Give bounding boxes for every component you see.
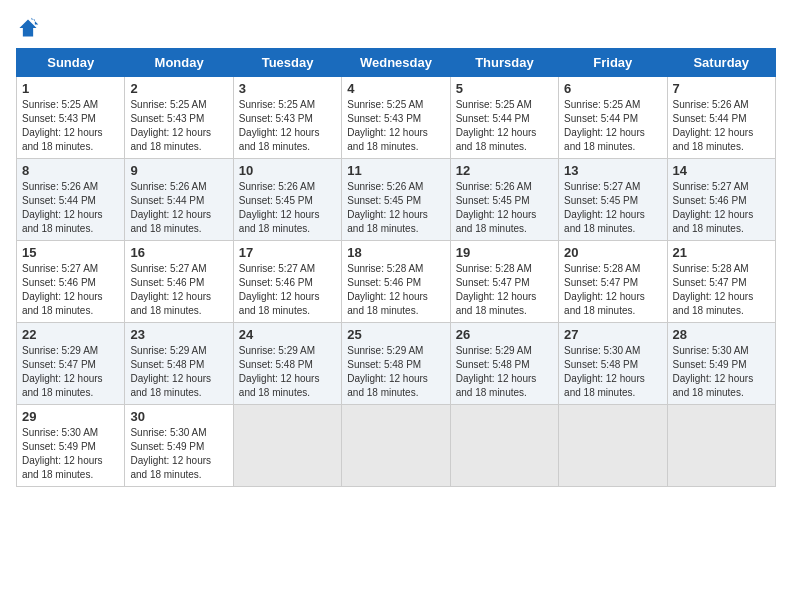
day-info: Sunrise: 5:25 AM Sunset: 5:44 PM Dayligh…: [456, 98, 553, 154]
day-header-thursday: Thursday: [450, 49, 558, 77]
day-info: Sunrise: 5:29 AM Sunset: 5:48 PM Dayligh…: [239, 344, 336, 400]
day-number: 27: [564, 327, 661, 342]
calendar-week-row: 15 Sunrise: 5:27 AM Sunset: 5:46 PM Dayl…: [17, 241, 776, 323]
day-number: 18: [347, 245, 444, 260]
day-info: Sunrise: 5:26 AM Sunset: 5:45 PM Dayligh…: [456, 180, 553, 236]
day-number: 8: [22, 163, 119, 178]
calendar-cell: 15 Sunrise: 5:27 AM Sunset: 5:46 PM Dayl…: [17, 241, 125, 323]
day-info: Sunrise: 5:30 AM Sunset: 5:49 PM Dayligh…: [22, 426, 119, 482]
day-info: Sunrise: 5:26 AM Sunset: 5:45 PM Dayligh…: [239, 180, 336, 236]
day-number: 2: [130, 81, 227, 96]
day-info: Sunrise: 5:27 AM Sunset: 5:45 PM Dayligh…: [564, 180, 661, 236]
calendar-cell: 9 Sunrise: 5:26 AM Sunset: 5:44 PM Dayli…: [125, 159, 233, 241]
day-number: 24: [239, 327, 336, 342]
day-number: 28: [673, 327, 770, 342]
day-number: 9: [130, 163, 227, 178]
day-info: Sunrise: 5:26 AM Sunset: 5:44 PM Dayligh…: [130, 180, 227, 236]
day-header-wednesday: Wednesday: [342, 49, 450, 77]
calendar-cell: 30 Sunrise: 5:30 AM Sunset: 5:49 PM Dayl…: [125, 405, 233, 487]
day-info: Sunrise: 5:25 AM Sunset: 5:43 PM Dayligh…: [347, 98, 444, 154]
calendar-cell: 10 Sunrise: 5:26 AM Sunset: 5:45 PM Dayl…: [233, 159, 341, 241]
day-info: Sunrise: 5:28 AM Sunset: 5:47 PM Dayligh…: [564, 262, 661, 318]
calendar-cell: 28 Sunrise: 5:30 AM Sunset: 5:49 PM Dayl…: [667, 323, 775, 405]
svg-marker-1: [31, 18, 38, 25]
calendar-cell: 26 Sunrise: 5:29 AM Sunset: 5:48 PM Dayl…: [450, 323, 558, 405]
calendar-cell: 23 Sunrise: 5:29 AM Sunset: 5:48 PM Dayl…: [125, 323, 233, 405]
calendar-cell: 5 Sunrise: 5:25 AM Sunset: 5:44 PM Dayli…: [450, 77, 558, 159]
day-number: 20: [564, 245, 661, 260]
day-info: Sunrise: 5:26 AM Sunset: 5:45 PM Dayligh…: [347, 180, 444, 236]
day-number: 25: [347, 327, 444, 342]
calendar-cell: 12 Sunrise: 5:26 AM Sunset: 5:45 PM Dayl…: [450, 159, 558, 241]
day-number: 13: [564, 163, 661, 178]
day-info: Sunrise: 5:25 AM Sunset: 5:43 PM Dayligh…: [130, 98, 227, 154]
logo: [16, 16, 44, 40]
day-number: 22: [22, 327, 119, 342]
calendar-cell: 3 Sunrise: 5:25 AM Sunset: 5:43 PM Dayli…: [233, 77, 341, 159]
day-info: Sunrise: 5:30 AM Sunset: 5:48 PM Dayligh…: [564, 344, 661, 400]
day-header-friday: Friday: [559, 49, 667, 77]
day-info: Sunrise: 5:28 AM Sunset: 5:47 PM Dayligh…: [673, 262, 770, 318]
day-info: Sunrise: 5:27 AM Sunset: 5:46 PM Dayligh…: [673, 180, 770, 236]
day-info: Sunrise: 5:25 AM Sunset: 5:44 PM Dayligh…: [564, 98, 661, 154]
calendar-cell: 29 Sunrise: 5:30 AM Sunset: 5:49 PM Dayl…: [17, 405, 125, 487]
calendar-cell: 8 Sunrise: 5:26 AM Sunset: 5:44 PM Dayli…: [17, 159, 125, 241]
day-number: 11: [347, 163, 444, 178]
day-number: 23: [130, 327, 227, 342]
logo-icon: [16, 16, 40, 40]
day-info: Sunrise: 5:25 AM Sunset: 5:43 PM Dayligh…: [22, 98, 119, 154]
calendar-cell: 18 Sunrise: 5:28 AM Sunset: 5:46 PM Dayl…: [342, 241, 450, 323]
day-number: 10: [239, 163, 336, 178]
calendar-cell: 21 Sunrise: 5:28 AM Sunset: 5:47 PM Dayl…: [667, 241, 775, 323]
calendar-cell: 19 Sunrise: 5:28 AM Sunset: 5:47 PM Dayl…: [450, 241, 558, 323]
day-number: 12: [456, 163, 553, 178]
day-info: Sunrise: 5:27 AM Sunset: 5:46 PM Dayligh…: [22, 262, 119, 318]
header: [16, 16, 776, 40]
day-header-sunday: Sunday: [17, 49, 125, 77]
day-info: Sunrise: 5:29 AM Sunset: 5:48 PM Dayligh…: [130, 344, 227, 400]
calendar-cell: 7 Sunrise: 5:26 AM Sunset: 5:44 PM Dayli…: [667, 77, 775, 159]
calendar-cell: [667, 405, 775, 487]
calendar-cell: 22 Sunrise: 5:29 AM Sunset: 5:47 PM Dayl…: [17, 323, 125, 405]
day-number: 14: [673, 163, 770, 178]
day-info: Sunrise: 5:30 AM Sunset: 5:49 PM Dayligh…: [673, 344, 770, 400]
day-number: 6: [564, 81, 661, 96]
calendar-cell: 17 Sunrise: 5:27 AM Sunset: 5:46 PM Dayl…: [233, 241, 341, 323]
day-info: Sunrise: 5:29 AM Sunset: 5:47 PM Dayligh…: [22, 344, 119, 400]
day-number: 29: [22, 409, 119, 424]
calendar-cell: [559, 405, 667, 487]
calendar-cell: 25 Sunrise: 5:29 AM Sunset: 5:48 PM Dayl…: [342, 323, 450, 405]
calendar-cell: [233, 405, 341, 487]
day-number: 30: [130, 409, 227, 424]
svg-marker-0: [19, 19, 36, 36]
calendar-cell: 11 Sunrise: 5:26 AM Sunset: 5:45 PM Dayl…: [342, 159, 450, 241]
calendar-week-row: 22 Sunrise: 5:29 AM Sunset: 5:47 PM Dayl…: [17, 323, 776, 405]
day-header-monday: Monday: [125, 49, 233, 77]
day-info: Sunrise: 5:30 AM Sunset: 5:49 PM Dayligh…: [130, 426, 227, 482]
calendar-cell: 2 Sunrise: 5:25 AM Sunset: 5:43 PM Dayli…: [125, 77, 233, 159]
calendar-cell: 6 Sunrise: 5:25 AM Sunset: 5:44 PM Dayli…: [559, 77, 667, 159]
day-number: 5: [456, 81, 553, 96]
day-number: 16: [130, 245, 227, 260]
calendar-cell: [342, 405, 450, 487]
day-number: 4: [347, 81, 444, 96]
day-info: Sunrise: 5:27 AM Sunset: 5:46 PM Dayligh…: [130, 262, 227, 318]
day-info: Sunrise: 5:27 AM Sunset: 5:46 PM Dayligh…: [239, 262, 336, 318]
day-info: Sunrise: 5:28 AM Sunset: 5:46 PM Dayligh…: [347, 262, 444, 318]
calendar-week-row: 8 Sunrise: 5:26 AM Sunset: 5:44 PM Dayli…: [17, 159, 776, 241]
day-number: 3: [239, 81, 336, 96]
day-number: 17: [239, 245, 336, 260]
calendar-cell: 4 Sunrise: 5:25 AM Sunset: 5:43 PM Dayli…: [342, 77, 450, 159]
calendar-cell: [450, 405, 558, 487]
calendar-week-row: 29 Sunrise: 5:30 AM Sunset: 5:49 PM Dayl…: [17, 405, 776, 487]
day-header-saturday: Saturday: [667, 49, 775, 77]
day-number: 1: [22, 81, 119, 96]
calendar-cell: 1 Sunrise: 5:25 AM Sunset: 5:43 PM Dayli…: [17, 77, 125, 159]
day-number: 15: [22, 245, 119, 260]
day-number: 7: [673, 81, 770, 96]
day-info: Sunrise: 5:26 AM Sunset: 5:44 PM Dayligh…: [673, 98, 770, 154]
calendar-cell: 13 Sunrise: 5:27 AM Sunset: 5:45 PM Dayl…: [559, 159, 667, 241]
day-number: 19: [456, 245, 553, 260]
day-number: 21: [673, 245, 770, 260]
calendar-cell: 14 Sunrise: 5:27 AM Sunset: 5:46 PM Dayl…: [667, 159, 775, 241]
